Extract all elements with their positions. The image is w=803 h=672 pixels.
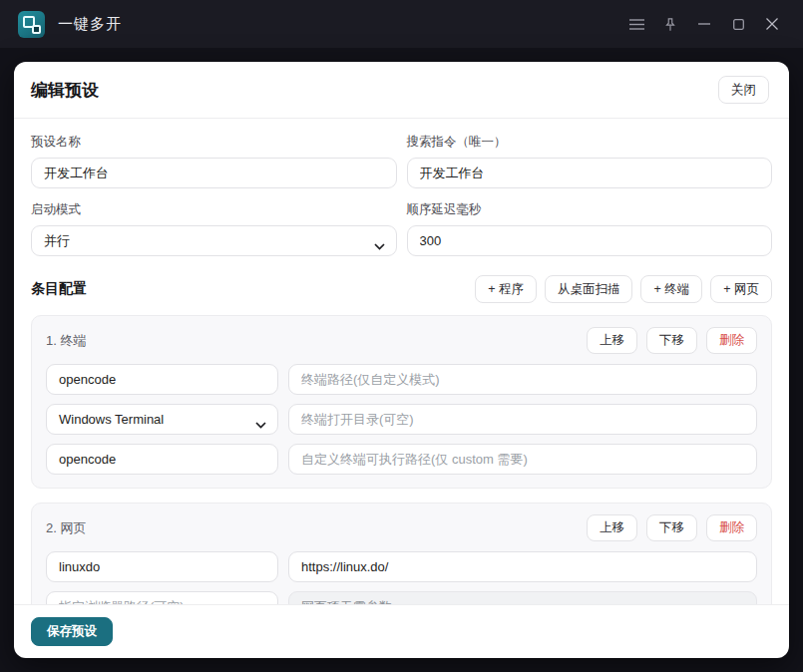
launch-mode-label: 启动模式 xyxy=(31,201,397,218)
app-title: 一键多开 xyxy=(58,15,122,34)
terminal-name-input[interactable] xyxy=(46,364,278,395)
modal-body: 预设名称 搜索指令（唯一） 启动模式 并行 顺序延迟毫秒 xyxy=(14,119,789,604)
hamburger-icon xyxy=(629,19,644,30)
terminal-open-dir-input[interactable] xyxy=(288,404,757,435)
delay-ms-input[interactable] xyxy=(407,225,773,256)
terminal-type-value: Windows Terminal xyxy=(59,412,164,427)
terminal-type-select[interactable]: Windows Terminal xyxy=(46,404,278,435)
close-modal-button[interactable]: 关闭 xyxy=(718,76,769,104)
titlebar: 一键多开 xyxy=(0,0,803,48)
move-down-button[interactable]: 下移 xyxy=(646,514,697,541)
app-icon xyxy=(18,11,45,38)
launch-mode-value: 并行 xyxy=(44,232,70,250)
preset-name-input[interactable] xyxy=(31,158,397,188)
delete-button[interactable]: 删除 xyxy=(706,514,757,541)
preset-name-field: 预设名称 xyxy=(31,134,397,188)
entry-card-title: 1. 终端 xyxy=(46,332,86,350)
edit-preset-modal: 编辑预设 关闭 预设名称 搜索指令（唯一） 启动模式 并行 xyxy=(14,62,789,658)
delete-button[interactable]: 删除 xyxy=(706,327,757,354)
web-args-disabled-input xyxy=(288,591,757,604)
terminal-custom-name-input[interactable] xyxy=(46,444,278,475)
modal-footer: 保存预设 xyxy=(14,604,789,658)
chevron-down-icon xyxy=(374,238,385,253)
delay-ms-field: 顺序延迟毫秒 xyxy=(407,201,773,256)
menu-button[interactable] xyxy=(619,7,653,41)
web-url-input[interactable] xyxy=(288,551,757,582)
scan-desktop-button[interactable]: 从桌面扫描 xyxy=(545,275,633,303)
add-terminal-button[interactable]: + 终端 xyxy=(640,275,702,303)
entries-header: 条目配置 + 程序 从桌面扫描 + 终端 + 网页 xyxy=(31,275,772,303)
entry-card-terminal: 1. 终端 上移 下移 删除 Windows Terminal xyxy=(31,315,772,489)
add-program-button[interactable]: + 程序 xyxy=(475,275,537,303)
close-icon xyxy=(766,18,778,30)
minimize-button[interactable] xyxy=(687,7,721,41)
save-preset-button[interactable]: 保存预设 xyxy=(31,617,113,646)
close-window-button[interactable] xyxy=(755,7,789,41)
entry-card-web: 2. 网页 上移 下移 删除 xyxy=(31,503,772,604)
pin-button[interactable] xyxy=(653,7,687,41)
terminal-custom-exec-input[interactable] xyxy=(288,444,757,475)
search-cmd-label: 搜索指令（唯一） xyxy=(407,134,773,151)
modal-title: 编辑预设 xyxy=(31,79,99,102)
preset-name-label: 预设名称 xyxy=(31,134,397,151)
entry-card-title: 2. 网页 xyxy=(46,519,86,537)
terminal-path-input[interactable] xyxy=(288,364,757,395)
move-up-button[interactable]: 上移 xyxy=(587,327,637,354)
search-cmd-input[interactable] xyxy=(407,158,773,188)
pin-icon xyxy=(663,17,677,32)
maximize-button[interactable] xyxy=(721,7,755,41)
launch-mode-field: 启动模式 并行 xyxy=(31,201,397,256)
modal-header: 编辑预设 关闭 xyxy=(14,62,789,119)
delay-ms-label: 顺序延迟毫秒 xyxy=(407,201,773,218)
chevron-down-icon xyxy=(255,417,266,432)
launch-mode-select[interactable]: 并行 xyxy=(31,225,397,256)
move-up-button[interactable]: 上移 xyxy=(587,514,637,541)
web-name-input[interactable] xyxy=(46,551,278,582)
search-cmd-field: 搜索指令（唯一） xyxy=(407,134,773,188)
entries-title: 条目配置 xyxy=(31,280,87,298)
add-web-button[interactable]: + 网页 xyxy=(710,275,772,303)
maximize-icon xyxy=(733,19,744,30)
move-down-button[interactable]: 下移 xyxy=(646,327,697,354)
minimize-icon xyxy=(698,23,710,25)
browser-path-input[interactable] xyxy=(46,591,278,604)
